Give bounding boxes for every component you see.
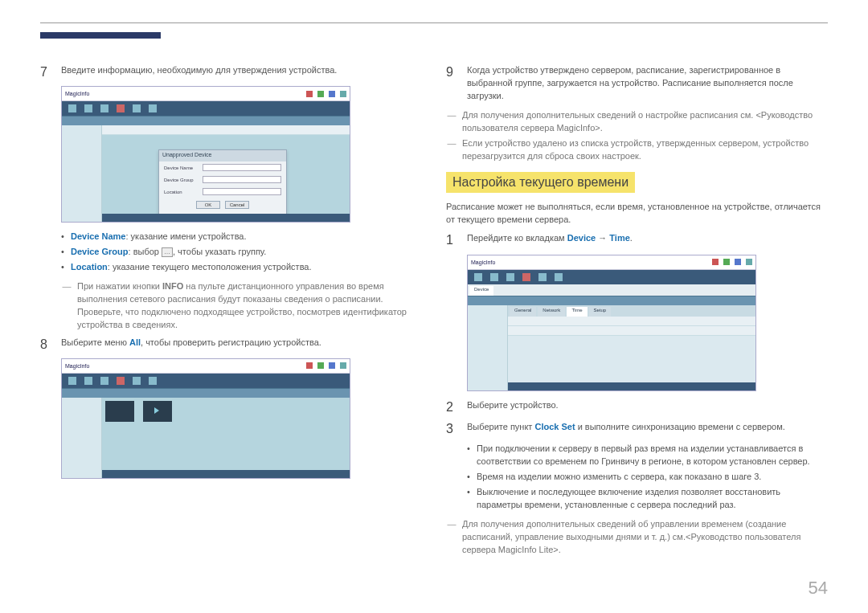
tab-device: Device [469, 286, 493, 296]
bullet-device-group: Device Group: выбор …, чтобы указать гру… [61, 246, 422, 259]
dialog-title: Unapproved Device [159, 150, 286, 161]
right-column: 9 Когда устройство утверждено сервером, … [446, 64, 828, 559]
step-8: 8 Выберите меню All, чтобы проверить рег… [40, 337, 422, 352]
screenshot-approve-dialog: MagicInfo Unapproved Device Device Name … [61, 86, 350, 223]
approve-dialog: Unapproved Device Device Name Device Gro… [158, 149, 287, 223]
step-number: 8 [40, 337, 53, 352]
bullet-device-name: Device Name: указание имени устройства. [61, 231, 422, 243]
step-9: 9 Когда устройство утверждено сервером, … [446, 64, 828, 103]
section-title: Настройка текущего времени [446, 172, 635, 193]
app-logo: MagicInfo [65, 91, 89, 96]
step-7: 7 Введите информацию, необходимую для ут… [40, 64, 422, 80]
screenshot-device-time: MagicInfo Device General Network [467, 255, 756, 391]
note-device-removed: ― Если устройство удалено из списка устр… [446, 137, 828, 163]
step-text: Введите информацию, необходимую для утве… [61, 64, 422, 80]
section-intro: Расписание может не выполняться, если вр… [446, 201, 828, 227]
step-text: Когда устройство утверждено сервером, ра… [467, 64, 828, 103]
step-3: 3 Выберите пункт Clock Set и выполните с… [446, 421, 828, 436]
bullet-location: Location: указание текущего местоположен… [61, 261, 422, 274]
step-number: 3 [446, 421, 459, 436]
left-column: 7 Введите информацию, необходимую для ут… [40, 64, 422, 559]
bullet-gmt: При подключении к серверу в первый раз в… [467, 443, 828, 468]
step-text: Выберите пункт Clock Set и выполните син… [467, 421, 828, 436]
screenshot-all-devices: MagicInfo [61, 358, 350, 479]
page-number: 54 [809, 578, 828, 599]
bullet-power-cycle: Выключение и последующее включение издел… [467, 486, 828, 512]
step-1: 1 Перейдите ко вкладкам Device → Time. [446, 232, 828, 247]
step-text: Выберите устройство. [467, 399, 828, 415]
browse-icon: … [162, 247, 173, 257]
note-schedule-manual: ― Для получения дополнительных сведений … [446, 109, 828, 135]
step-number: 9 [446, 64, 459, 103]
step-number: 7 [40, 64, 53, 80]
info-note: ― При нажатии кнопки INFO на пульте дист… [61, 280, 422, 332]
step-text: Выберите меню All, чтобы проверить регис… [61, 337, 422, 352]
ok-button: OK [196, 201, 220, 209]
tab-time: Time [567, 307, 587, 317]
field-bullets: Device Name: указание имени устройства. … [61, 231, 422, 274]
cancel-button: Cancel [225, 201, 249, 209]
time-bullets: При подключении к серверу в первый раз в… [467, 443, 828, 512]
step-number: 1 [446, 232, 459, 247]
step-text: Перейдите ко вкладкам Device → Time. [467, 232, 828, 247]
step-2: 2 Выберите устройство. [446, 399, 828, 415]
step-number: 2 [446, 399, 459, 415]
bullet-change-server: Время на изделии можно изменить с сервер… [467, 471, 828, 484]
note-time-manual: ― Для получения дополнительных сведений … [446, 518, 828, 557]
